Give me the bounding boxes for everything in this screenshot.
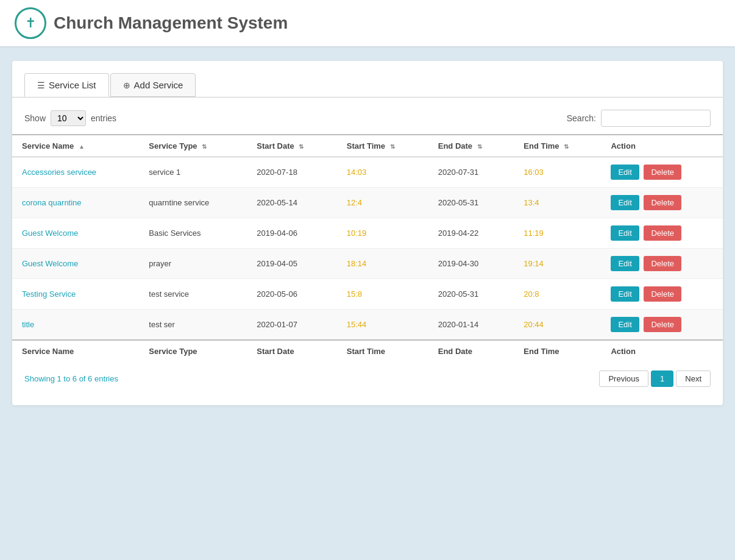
plus-circle-icon: ⊕: [123, 80, 130, 90]
app-header: ✝ Church Management System: [0, 0, 735, 46]
edit-button[interactable]: Edit: [611, 286, 639, 302]
search-label: Search:: [567, 113, 596, 123]
table-row: Guest Welcome Basic Services 2019-04-06 …: [12, 218, 723, 249]
foot-end-time: End Time: [514, 340, 601, 362]
page-1-button[interactable]: 1: [651, 370, 673, 387]
cross-icon: ✝: [25, 15, 36, 31]
cell-service-type: test service: [139, 279, 247, 310]
tab-add-service[interactable]: ⊕ Add Service: [110, 73, 196, 97]
cell-end-date: 2020-05-31: [428, 188, 514, 218]
col-service-type[interactable]: Service Type ⇅: [139, 135, 247, 157]
delete-button[interactable]: Delete: [644, 286, 681, 302]
cell-service-type: prayer: [139, 249, 247, 279]
sort-icon-end-date: ⇅: [477, 143, 482, 150]
foot-start-date: Start Date: [247, 340, 336, 362]
search-input[interactable]: [601, 110, 711, 127]
col-end-date[interactable]: End Date ⇅: [428, 135, 514, 157]
cell-action: Edit Delete: [601, 157, 723, 188]
edit-button[interactable]: Edit: [611, 165, 639, 180]
previous-button[interactable]: Previous: [599, 370, 648, 387]
service-name-link[interactable]: Testing Service: [22, 289, 76, 299]
app-title: Church Management System: [54, 13, 288, 33]
cell-end-time: 13:4: [514, 188, 601, 218]
cell-service-type: service 1: [139, 157, 247, 188]
cell-end-date: 2020-01-14: [428, 310, 514, 341]
cell-action: Edit Delete: [601, 279, 723, 310]
sort-icon-start-time: ⇅: [390, 143, 395, 150]
sort-icon-type: ⇅: [202, 143, 207, 150]
pagination-buttons: Previous 1 Next: [599, 370, 711, 387]
service-name-link[interactable]: Guest Welcome: [22, 259, 78, 268]
next-button[interactable]: Next: [676, 370, 711, 387]
cell-end-time: 11:19: [514, 218, 601, 249]
delete-button[interactable]: Delete: [644, 165, 681, 180]
cell-start-time: 14:03: [337, 157, 428, 188]
cell-start-date: 2020-01-07: [247, 310, 336, 341]
pagination-area: Showing 1 to 6 of 6 entries Previous 1 N…: [12, 362, 723, 387]
service-name-link[interactable]: Accessories servicee: [22, 168, 96, 177]
cell-action: Edit Delete: [601, 249, 723, 279]
table-row: Guest Welcome prayer 2019-04-05 18:14 20…: [12, 249, 723, 279]
col-start-date[interactable]: Start Date ⇅: [247, 135, 336, 157]
cell-end-date: 2019-04-22: [428, 218, 514, 249]
delete-button[interactable]: Delete: [644, 317, 681, 332]
table-row: corona quarntine quarntine service 2020-…: [12, 188, 723, 218]
cell-action: Edit Delete: [601, 218, 723, 249]
search-box: Search:: [567, 110, 711, 127]
table-header-row: Service Name ▲ Service Type ⇅ Start Date…: [12, 135, 723, 157]
cell-start-time: 15:44: [337, 310, 428, 341]
cell-end-time: 20:8: [514, 279, 601, 310]
cell-start-date: 2019-04-05: [247, 249, 336, 279]
col-service-name[interactable]: Service Name ▲: [12, 135, 139, 157]
cell-start-time: 15:8: [337, 279, 428, 310]
foot-service-type: Service Type: [139, 340, 247, 362]
edit-button[interactable]: Edit: [611, 225, 639, 241]
col-action: Action: [601, 135, 723, 157]
entries-label: entries: [91, 113, 116, 123]
cell-service-name: title: [12, 310, 139, 341]
cell-service-name: Guest Welcome: [12, 218, 139, 249]
show-entries-control: Show 10 25 50 100 entries: [24, 110, 116, 126]
tab-bar: ☰ Service List ⊕ Add Service: [12, 61, 723, 97]
cell-service-name: Accessories servicee: [12, 157, 139, 188]
edit-button[interactable]: Edit: [611, 195, 639, 210]
cell-start-time: 18:14: [337, 249, 428, 279]
service-name-link[interactable]: Guest Welcome: [22, 229, 78, 238]
app-logo: ✝: [15, 7, 46, 39]
tab-service-list[interactable]: ☰ Service List: [24, 73, 109, 97]
foot-end-date: End Date: [428, 340, 514, 362]
table-controls: Show 10 25 50 100 entries Search:: [12, 97, 723, 134]
table-row: Accessories servicee service 1 2020-07-1…: [12, 157, 723, 188]
delete-button[interactable]: Delete: [644, 256, 681, 271]
service-name-link[interactable]: title: [22, 320, 34, 329]
entries-select[interactable]: 10 25 50 100: [51, 110, 86, 126]
col-end-time[interactable]: End Time ⇅: [514, 135, 601, 157]
main-content: ☰ Service List ⊕ Add Service Show 10 25 …: [12, 61, 723, 405]
table-row: title test ser 2020-01-07 15:44 2020-01-…: [12, 310, 723, 341]
col-start-time[interactable]: Start Time ⇅: [337, 135, 428, 157]
edit-button[interactable]: Edit: [611, 317, 639, 332]
showing-text: Showing 1 to 6 of 6 entries: [24, 374, 118, 383]
cell-service-name: Guest Welcome: [12, 249, 139, 279]
cell-start-time: 12:4: [337, 188, 428, 218]
cell-action: Edit Delete: [601, 310, 723, 341]
list-icon: ☰: [37, 80, 45, 90]
service-table: Service Name ▲ Service Type ⇅ Start Date…: [12, 134, 723, 362]
cell-service-name: Testing Service: [12, 279, 139, 310]
cell-end-date: 2020-07-31: [428, 157, 514, 188]
cell-end-date: 2019-04-30: [428, 249, 514, 279]
table-footer-row: Service Name Service Type Start Date Sta…: [12, 340, 723, 362]
cell-action: Edit Delete: [601, 188, 723, 218]
service-name-link[interactable]: corona quarntine: [22, 198, 82, 207]
sort-icon-name: ▲: [79, 143, 85, 150]
cell-end-time: 20:44: [514, 310, 601, 341]
delete-button[interactable]: Delete: [644, 195, 681, 210]
cell-service-type: Basic Services: [139, 218, 247, 249]
show-label: Show: [24, 113, 46, 123]
delete-button[interactable]: Delete: [644, 225, 681, 241]
cell-start-date: 2019-04-06: [247, 218, 336, 249]
edit-button[interactable]: Edit: [611, 256, 639, 271]
foot-action: Action: [601, 340, 723, 362]
cell-start-date: 2020-07-18: [247, 157, 336, 188]
tab-service-list-label: Service List: [49, 80, 96, 90]
